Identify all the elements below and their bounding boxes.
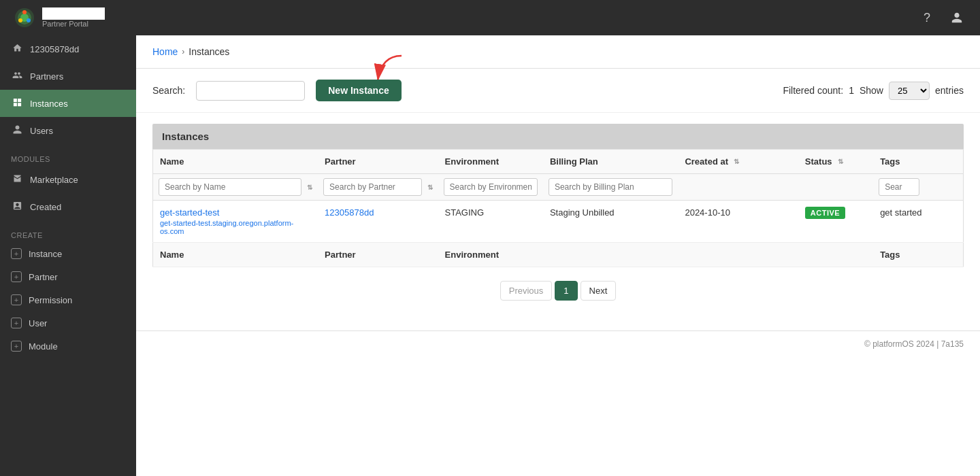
footer-text: © platformOS 2024 | 7a135 <box>864 339 964 349</box>
logo-icon <box>14 7 35 29</box>
breadcrumb: Home › Instances <box>152 46 964 57</box>
filter-name-th: ⇅ <box>153 174 318 201</box>
entries-select[interactable]: 25 10 50 100 <box>889 82 930 100</box>
modules-section-label: Modules <box>0 148 136 166</box>
home-icon <box>11 43 23 55</box>
filter-billing-input[interactable] <box>549 178 673 196</box>
filter-partner-input[interactable] <box>323 178 421 196</box>
toolbar: Search: New Instance Filtered count: 1 S… <box>136 69 980 113</box>
toolbar-search-input[interactable] <box>196 81 305 101</box>
footer-created-label <box>678 243 798 267</box>
sidebar-item-partners-label: Partners <box>30 71 63 82</box>
sidebar-item-partners[interactable]: Partners <box>0 63 136 90</box>
instance-url-link[interactable]: get-started-test.staging.oregon.platform… <box>160 219 311 235</box>
sidebar: 12305878dd Partners Instances Users Modu… <box>0 35 136 476</box>
col-header-environment: Environment <box>438 150 543 174</box>
sidebar-item-account[interactable]: 12305878dd <box>0 35 136 63</box>
table-footer-row: Name Partner Environment Tags <box>153 243 964 267</box>
filtered-count-value: 1 <box>849 85 854 96</box>
sidebar-create-module[interactable]: + Module <box>0 335 136 358</box>
sidebar-create-instance-label: Instance <box>29 249 62 259</box>
instances-icon <box>11 97 23 109</box>
breadcrumb-current: Instances <box>189 46 229 57</box>
status-badge: ACTIVE <box>805 207 845 219</box>
logo: platform OS Partner Portal <box>14 7 105 29</box>
filter-tags-input[interactable] <box>879 178 919 196</box>
new-instance-button[interactable]: New Instance <box>316 80 401 101</box>
previous-button[interactable]: Previous <box>500 281 553 301</box>
page-1-button[interactable]: 1 <box>555 281 577 301</box>
sidebar-create-user[interactable]: + User <box>0 311 136 335</box>
sidebar-create-permission[interactable]: + Permission <box>0 288 136 311</box>
breadcrumb-separator: › <box>182 47 184 56</box>
filter-env-input[interactable] <box>444 178 538 196</box>
show-label: Show <box>860 85 883 96</box>
create-permission-icon: + <box>11 294 22 305</box>
created-icon <box>11 201 23 213</box>
instance-name-link[interactable]: get-started-test <box>160 207 219 218</box>
sort-status-icon[interactable]: ⇅ <box>838 158 843 165</box>
marketplace-icon <box>11 173 23 186</box>
create-partner-icon: + <box>11 271 22 282</box>
svg-point-4 <box>27 18 31 22</box>
footer-tags-label: Tags <box>873 243 963 267</box>
topbar: platform OS Partner Portal ? <box>0 0 980 35</box>
filter-tags-th <box>873 174 963 201</box>
sidebar-create-partner-label: Partner <box>29 272 58 282</box>
filter-row: ⇅ ⇅ <box>153 174 964 201</box>
filtered-count-label: Filtered count: <box>783 85 843 96</box>
filter-partner-th: ⇅ <box>318 174 438 201</box>
main-header: Home › Instances <box>136 35 980 69</box>
filter-name-input[interactable] <box>159 178 301 196</box>
filter-created-th <box>678 174 798 201</box>
sidebar-create-partner[interactable]: + Partner <box>0 265 136 288</box>
sidebar-item-marketplace[interactable]: Marketplace <box>0 166 136 193</box>
sidebar-item-instances-label: Instances <box>30 99 68 109</box>
filter-billing-th <box>543 174 679 201</box>
sidebar-create-instance[interactable]: + Instance <box>0 242 136 265</box>
filter-status-th <box>798 174 873 201</box>
svg-point-3 <box>22 10 27 14</box>
cell-environment: STAGING <box>438 201 543 243</box>
sidebar-item-created-label: Created <box>30 202 61 212</box>
users-icon <box>11 124 23 137</box>
table-row: get-started-test get-started-test.stagin… <box>153 201 964 243</box>
footer-billing-label <box>543 243 679 267</box>
cell-created-at: 2024-10-10 <box>678 201 798 243</box>
create-module-icon: + <box>11 341 22 352</box>
sort-partner-icon[interactable]: ⇅ <box>427 184 433 191</box>
new-instance-container: New Instance <box>316 80 401 101</box>
help-icon[interactable]: ? <box>917 8 936 27</box>
create-user-icon: + <box>11 318 22 328</box>
col-header-name: Name <box>153 150 318 174</box>
toolbar-right: Filtered count: 1 Show 25 10 50 100 entr… <box>783 82 964 100</box>
col-header-partner: Partner <box>318 150 438 174</box>
footer-name-label: Name <box>153 243 318 267</box>
sort-name-icon[interactable]: ⇅ <box>307 184 312 191</box>
footer-status-label <box>798 243 873 267</box>
main-content: Home › Instances Search: New Instance <box>136 35 980 476</box>
sidebar-item-marketplace-label: Marketplace <box>30 175 78 185</box>
filter-env-th <box>438 174 543 201</box>
col-header-created-at: Created at ⇅ <box>678 150 798 174</box>
user-icon[interactable] <box>947 8 966 27</box>
instances-table: Name Partner Environment <box>152 149 964 267</box>
column-headers-row: Name Partner Environment <box>153 150 964 174</box>
entries-label: entries <box>935 85 964 96</box>
table-section-title: Instances <box>152 124 964 149</box>
topbar-icons: ? <box>917 8 966 27</box>
sidebar-create-module-label: Module <box>29 341 58 352</box>
sidebar-item-users[interactable]: Users <box>0 117 136 144</box>
partner-link[interactable]: 12305878dd <box>325 207 374 218</box>
next-button[interactable]: Next <box>581 281 617 301</box>
search-label: Search: <box>152 85 185 96</box>
cell-status: ACTIVE <box>798 201 873 243</box>
footer-env-label: Environment <box>438 243 543 267</box>
sort-created-icon[interactable]: ⇅ <box>734 158 739 165</box>
page-footer: © platformOS 2024 | 7a135 <box>136 330 980 357</box>
sidebar-item-created[interactable]: Created <box>0 193 136 220</box>
breadcrumb-home[interactable]: Home <box>152 46 178 57</box>
sidebar-account-name: 12305878dd <box>30 44 79 54</box>
cell-billing-plan: Staging Unbilled <box>543 201 679 243</box>
sidebar-item-instances[interactable]: Instances <box>0 90 136 117</box>
